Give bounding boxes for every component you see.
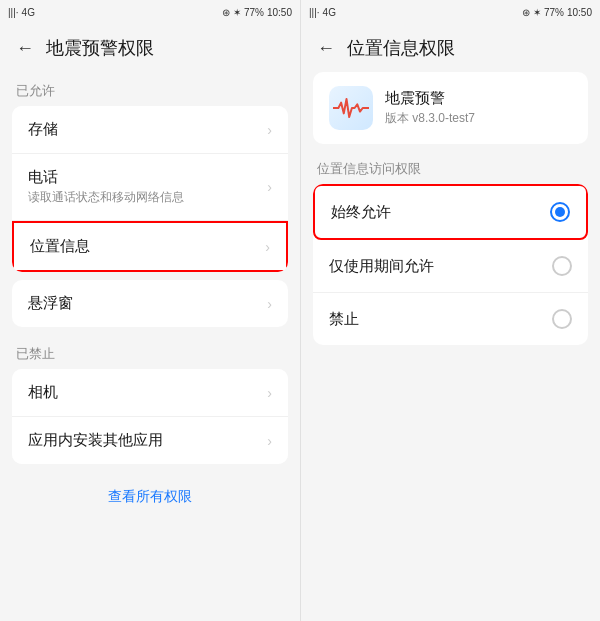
right-wifi-icon: ⊛: [522, 7, 530, 18]
always-allow-wrapper: 始终允许: [313, 184, 588, 240]
camera-title: 相机: [28, 383, 267, 402]
floating-window-chevron-icon: ›: [267, 296, 272, 312]
right-status-left: |||· 4G: [309, 7, 336, 18]
left-back-button[interactable]: ←: [16, 38, 34, 59]
right-signal-icon: |||·: [309, 7, 320, 18]
right-bluetooth-icon: ✶: [533, 7, 541, 18]
view-all-permissions-link[interactable]: 查看所有权限: [0, 472, 300, 522]
always-allow-radio-inner: [555, 207, 565, 217]
always-allow-label: 始终允许: [331, 203, 391, 222]
camera-item[interactable]: 相机 ›: [12, 369, 288, 417]
storage-chevron-icon: ›: [267, 122, 272, 138]
right-phone-panel: |||· 4G ⊛ ✶ 77% 10:50 ← 位置信息权限 地震预警 版本 v…: [300, 0, 600, 621]
left-network-icon: 4G: [22, 7, 35, 18]
left-status-left: |||· 4G: [8, 7, 35, 18]
app-version: 版本 v8.3.0-test7: [385, 110, 475, 127]
location-title: 位置信息: [30, 237, 265, 256]
left-status-bar: |||· 4G ⊛ ✶ 77% 10:50: [0, 0, 300, 24]
phone-subtitle: 读取通话状态和移动网络信息: [28, 189, 267, 206]
camera-chevron-icon: ›: [267, 385, 272, 401]
phone-item[interactable]: 电话 读取通话状态和移动网络信息 ›: [12, 154, 288, 221]
right-back-button[interactable]: ←: [317, 38, 335, 59]
install-apps-title: 应用内安装其他应用: [28, 431, 267, 450]
install-apps-item[interactable]: 应用内安装其他应用 ›: [12, 417, 288, 464]
permission-section-label: 位置信息访问权限: [301, 152, 600, 184]
left-signal-icon: |||·: [8, 7, 19, 18]
right-time: 10:50: [567, 7, 592, 18]
right-nav-header: ← 位置信息权限: [301, 24, 600, 72]
deny-label: 禁止: [329, 310, 359, 329]
left-status-right: ⊛ ✶ 77% 10:50: [222, 7, 292, 18]
phone-title: 电话: [28, 168, 267, 187]
left-time: 10:50: [267, 7, 292, 18]
right-status-bar: |||· 4G ⊛ ✶ 77% 10:50: [301, 0, 600, 24]
permission-options-card: 始终允许 仅使用期间允许 禁止: [313, 184, 588, 345]
storage-title: 存储: [28, 120, 267, 139]
app-name: 地震预警: [385, 89, 475, 108]
allowed-section-label: 已允许: [0, 72, 300, 106]
always-allow-radio[interactable]: [550, 202, 570, 222]
always-allow-item[interactable]: 始终允许: [315, 186, 586, 238]
floating-window-item[interactable]: 悬浮窗 ›: [12, 280, 288, 327]
right-status-right: ⊛ ✶ 77% 10:50: [522, 7, 592, 18]
while-using-label: 仅使用期间允许: [329, 257, 434, 276]
app-info-card: 地震预警 版本 v8.3.0-test7: [313, 72, 588, 144]
deny-item[interactable]: 禁止: [313, 293, 588, 345]
deny-radio[interactable]: [552, 309, 572, 329]
left-battery-text: 77%: [244, 7, 264, 18]
left-nav-header: ← 地震预警权限: [0, 24, 300, 72]
location-item[interactable]: 位置信息 ›: [12, 221, 288, 272]
left-bluetooth-icon: ✶: [233, 7, 241, 18]
while-using-radio[interactable]: [552, 256, 572, 276]
right-battery-text: 77%: [544, 7, 564, 18]
while-using-item[interactable]: 仅使用期间允许: [313, 240, 588, 293]
storage-item[interactable]: 存储 ›: [12, 106, 288, 154]
phone-chevron-icon: ›: [267, 179, 272, 195]
install-apps-chevron-icon: ›: [267, 433, 272, 449]
left-wifi-icon: ⊛: [222, 7, 230, 18]
left-page-title: 地震预警权限: [46, 36, 154, 60]
disabled-section-label: 已禁止: [0, 335, 300, 369]
floating-window-title: 悬浮窗: [28, 294, 267, 313]
left-phone-panel: |||· 4G ⊛ ✶ 77% 10:50 ← 地震预警权限 已允许 存储 › …: [0, 0, 300, 621]
app-icon: [329, 86, 373, 130]
allowed-items-card: 存储 › 电话 读取通话状态和移动网络信息 › 位置信息 ›: [12, 106, 288, 272]
right-page-title: 位置信息权限: [347, 36, 455, 60]
floating-window-card: 悬浮窗 ›: [12, 280, 288, 327]
location-chevron-icon: ›: [265, 239, 270, 255]
disabled-items-card: 相机 › 应用内安装其他应用 ›: [12, 369, 288, 464]
right-network-icon: 4G: [323, 7, 336, 18]
